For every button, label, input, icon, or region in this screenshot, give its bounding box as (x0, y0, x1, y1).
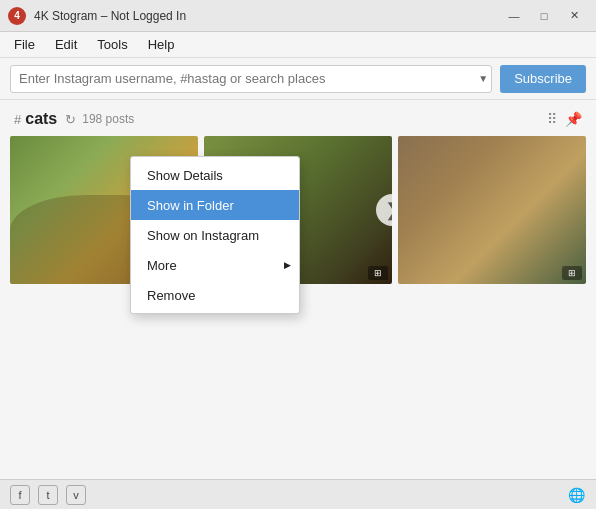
context-menu-show-in-folder[interactable]: Show in Folder (131, 190, 299, 220)
pin-icon[interactable]: 📌 (565, 111, 582, 127)
facebook-icon[interactable]: f (10, 485, 30, 505)
menu-bar: File Edit Tools Help (0, 32, 596, 58)
collection-header: # cats ↻ 198 posts ⠿ 📌 (10, 110, 586, 128)
refresh-icon[interactable]: ↻ (65, 112, 76, 127)
collection-title: cats (25, 110, 57, 128)
header-actions: ⠿ 📌 (547, 111, 582, 127)
post-count: 198 posts (82, 112, 134, 126)
menu-tools[interactable]: Tools (87, 34, 137, 55)
search-input[interactable] (10, 65, 492, 93)
search-input-wrapper: ▼ (10, 65, 492, 93)
hash-symbol: # (14, 112, 21, 127)
menu-help[interactable]: Help (138, 34, 185, 55)
photo-item-3[interactable]: ⊞ (398, 136, 586, 284)
context-menu-more[interactable]: More (131, 250, 299, 280)
vimeo-icon[interactable]: v (66, 485, 86, 505)
app-icon: 4 (8, 7, 26, 25)
next-arrow[interactable]: ❯ (376, 194, 392, 226)
subscribe-button[interactable]: Subscribe (500, 65, 586, 93)
globe-icon[interactable]: 🌐 (566, 485, 586, 505)
context-menu-show-details[interactable]: Show Details (131, 160, 299, 190)
photo-overlay-3: ⊞ (562, 266, 582, 280)
search-dropdown-button[interactable]: ▼ (478, 73, 488, 84)
maximize-button[interactable]: □ (530, 5, 558, 27)
photo-overlay-2: ⊞ (368, 266, 388, 280)
window-controls: — □ ✕ (500, 5, 588, 27)
bottom-bar: f t v 🌐 (0, 479, 596, 509)
twitter-icon[interactable]: t (38, 485, 58, 505)
title-bar: 4 4K Stogram – Not Logged In — □ ✕ (0, 0, 596, 32)
context-menu: Show Details Show in Folder Show on Inst… (130, 156, 300, 314)
context-menu-show-on-instagram[interactable]: Show on Instagram (131, 220, 299, 250)
drag-handle-icon[interactable]: ⠿ (547, 111, 557, 127)
minimize-button[interactable]: — (500, 5, 528, 27)
context-menu-remove[interactable]: Remove (131, 280, 299, 310)
menu-edit[interactable]: Edit (45, 34, 87, 55)
window-title: 4K Stogram – Not Logged In (34, 9, 500, 23)
search-bar: ▼ Subscribe (0, 58, 596, 100)
menu-file[interactable]: File (4, 34, 45, 55)
main-content: # cats ↻ 198 posts ⠿ 📌 ⊞ ❯ ⊞ ⊞ (0, 100, 596, 479)
close-button[interactable]: ✕ (560, 5, 588, 27)
